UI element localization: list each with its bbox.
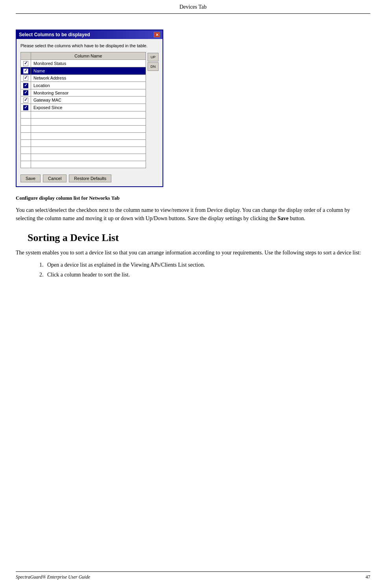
col-label-monitored-status[interactable]: Monitored Status: [31, 60, 146, 67]
col-label-network-address[interactable]: Network Address: [31, 74, 146, 82]
list-content: Click a column header to sort the list.: [47, 271, 370, 279]
up-dn-buttons: UP DN: [148, 52, 159, 71]
dialog-footer: Save Cancel Restore Defaults: [17, 171, 163, 186]
steps-list: 1. Open a device list as explained in th…: [16, 261, 370, 279]
intro-text: The system enables you to sort a device …: [16, 249, 370, 257]
table-row-empty: [21, 147, 146, 154]
col-label-location[interactable]: Location: [31, 82, 146, 89]
col-label-exposed-since[interactable]: Exposed Since: [31, 104, 146, 111]
checkbox-cell[interactable]: ✓: [21, 67, 31, 74]
save-button[interactable]: Save: [20, 174, 41, 182]
table-row: Monitoring Sensor: [21, 89, 146, 96]
col-header-name: Column Name: [31, 52, 146, 60]
col-label-name[interactable]: Name: [31, 67, 146, 74]
dialog-title: Select Columns to be displayed: [19, 32, 90, 37]
columns-table: Column Name Monitored Status: [20, 52, 146, 168]
table-row: Exposed Since: [21, 104, 146, 111]
footer-guide-name: SpectraGuard® Enterprise User Guide: [16, 574, 90, 580]
content-area: Select Columns to be displayed ✕ Please …: [0, 14, 386, 306]
table-row: Location: [21, 82, 146, 89]
col-label-monitoring-sensor[interactable]: Monitoring Sensor: [31, 89, 146, 96]
page-footer: SpectraGuard® Enterprise User Guide 47: [16, 571, 370, 580]
table-row: Monitored Status: [21, 60, 146, 67]
dialog-screenshot: Select Columns to be displayed ✕ Please …: [16, 30, 163, 187]
table-row: ✓ Name: [21, 67, 146, 74]
section-heading: Sorting a Device List: [28, 232, 370, 244]
checkbox-cell[interactable]: [21, 104, 31, 111]
checkbox-location[interactable]: [23, 83, 28, 88]
body-bold-save: Save: [277, 215, 288, 221]
dialog-instruction: Please select the columns which have to …: [20, 43, 159, 49]
up-button[interactable]: UP: [148, 53, 159, 61]
dialog-body: Please select the columns which have to …: [17, 39, 163, 171]
dialog-close-button[interactable]: ✕: [154, 32, 160, 37]
header-title: Devices Tab: [179, 4, 207, 10]
table-row: Network Address: [21, 74, 146, 82]
checkbox-monitoring-sensor[interactable]: [23, 90, 28, 95]
checkbox-network-address[interactable]: [23, 76, 28, 81]
checkbox-cell[interactable]: [21, 74, 31, 82]
list-item: 1. Open a device list as explained in th…: [16, 261, 370, 269]
list-content: Open a device list as explained in the V…: [47, 261, 370, 269]
col-header-checkbox: [21, 52, 31, 60]
checkbox-cell[interactable]: [21, 89, 31, 96]
figure-caption: Configure display column list for Networ…: [16, 195, 370, 201]
checkbox-name[interactable]: ✓: [23, 69, 28, 74]
table-row-empty: [21, 111, 146, 118]
checkbox-exposed-since[interactable]: [23, 105, 28, 110]
dn-button[interactable]: DN: [148, 62, 159, 71]
table-row-empty: [21, 132, 146, 139]
restore-defaults-button[interactable]: Restore Defaults: [69, 174, 111, 182]
table-with-buttons: Column Name Monitored Status: [20, 52, 159, 168]
checkbox-monitored-status[interactable]: [23, 61, 28, 66]
table-row-empty: [21, 161, 146, 168]
checkbox-cell[interactable]: [21, 96, 31, 104]
body-text-suffix: button.: [288, 215, 305, 221]
cancel-button[interactable]: Cancel: [43, 174, 66, 182]
list-number: 2.: [16, 271, 47, 279]
page-header: Devices Tab: [16, 0, 370, 14]
col-label-gateway-mac[interactable]: Gateway MAC: [31, 96, 146, 104]
list-item: 2. Click a column header to sort the lis…: [16, 271, 370, 279]
body-paragraph: You can select/deselect the checkbox nex…: [16, 206, 370, 223]
footer-page-number: 47: [366, 574, 370, 580]
checkbox-cell[interactable]: [21, 82, 31, 89]
list-number: 1.: [16, 261, 47, 269]
table-row-empty: [21, 139, 146, 147]
dialog-window: Select Columns to be displayed ✕ Please …: [16, 30, 163, 187]
table-row-empty: [21, 154, 146, 161]
table-row-empty: [21, 118, 146, 125]
dialog-titlebar: Select Columns to be displayed ✕: [17, 30, 163, 39]
checkbox-gateway-mac[interactable]: [23, 98, 28, 103]
checkbox-cell[interactable]: [21, 60, 31, 67]
table-row-empty: [21, 125, 146, 132]
table-row: Gateway MAC: [21, 96, 146, 104]
